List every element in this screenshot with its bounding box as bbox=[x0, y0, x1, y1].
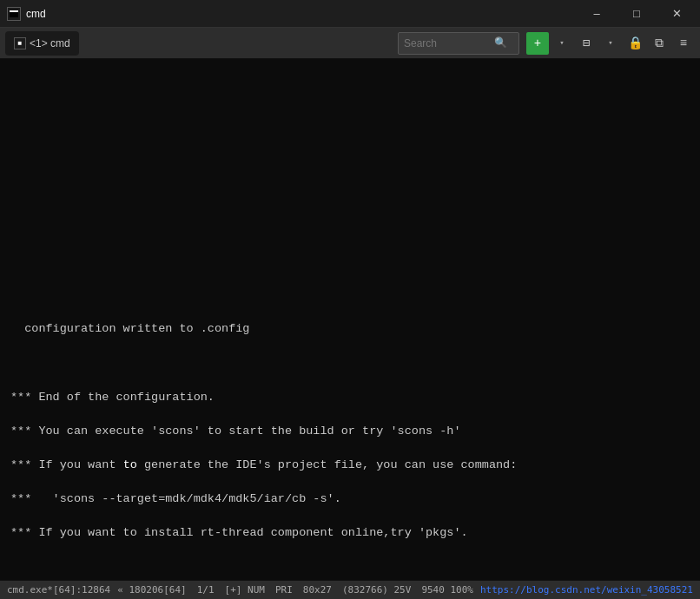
status-process: cmd.exe*[64]:12864 bbox=[7, 584, 110, 596]
add-tab-dropdown[interactable]: ▾ bbox=[551, 32, 573, 55]
terminal-window[interactable]: configuration written to .config *** End… bbox=[0, 59, 700, 580]
title-bar-left: cmd bbox=[7, 7, 46, 21]
status-link: https://blog.csdn.net/weixin_43058521 bbox=[480, 584, 693, 596]
status-zoom: 9540 100% bbox=[421, 584, 473, 596]
minimize-button[interactable]: – bbox=[577, 0, 617, 28]
status-center: « 180206[64] 1/1 [+] NUM PRI 80x27 (8327… bbox=[117, 584, 473, 596]
terminal-output bbox=[10, 355, 690, 372]
empty-line bbox=[10, 151, 690, 168]
empty-line bbox=[10, 558, 690, 576]
search-box[interactable]: 🔍 bbox=[398, 32, 519, 55]
status-coords: (832766) 25V bbox=[342, 584, 411, 596]
status-encoding: « 180206[64] bbox=[117, 584, 186, 596]
status-bar: cmd.exe*[64]:12864 « 180206[64] 1/1 [+] … bbox=[0, 580, 700, 599]
status-num: [+] NUM bbox=[225, 584, 265, 596]
terminal-content: configuration written to .config *** End… bbox=[0, 59, 700, 580]
empty-line bbox=[10, 185, 690, 202]
status-page: 1/1 bbox=[197, 584, 215, 596]
tab-bar: ■ <1> cmd 🔍 + ▾ ⊟ ▾ 🔒 ⧉ ≡ bbox=[0, 28, 700, 59]
toolbar-icons: + ▾ ⊟ ▾ 🔒 ⧉ ≡ bbox=[526, 32, 695, 55]
status-size: 80x27 bbox=[303, 584, 332, 596]
terminal-output: *** 'scons --target=mdk/mdk4/mdk5/iar/cb… bbox=[10, 490, 690, 508]
terminal-output: *** You can execute 'scons' to start the… bbox=[10, 423, 690, 440]
settings-icon[interactable]: ≡ bbox=[672, 32, 695, 55]
terminal-output: *** If you want to generate the IDE's pr… bbox=[10, 457, 690, 474]
lock-icon[interactable]: 🔒 bbox=[624, 32, 646, 55]
terminal-output: configuration written to .config bbox=[10, 320, 690, 338]
window-title: cmd bbox=[26, 8, 46, 20]
empty-line bbox=[10, 286, 690, 304]
empty-line bbox=[10, 253, 690, 270]
maximize-button[interactable]: □ bbox=[617, 0, 657, 28]
search-input[interactable] bbox=[404, 37, 491, 49]
title-bar: cmd – □ ✕ bbox=[0, 0, 700, 28]
split-pane-icon[interactable]: ⊟ bbox=[575, 32, 598, 55]
status-pri: PRI bbox=[275, 584, 293, 596]
tab-cmd-icon: ■ bbox=[14, 37, 26, 49]
title-bar-controls: – □ ✕ bbox=[577, 0, 697, 28]
tab-label: <1> cmd bbox=[30, 37, 70, 49]
tab-item-cmd[interactable]: ■ <1> cmd bbox=[5, 31, 79, 56]
empty-line bbox=[10, 117, 690, 135]
close-button[interactable]: ✕ bbox=[657, 0, 697, 28]
add-tab-button[interactable]: + bbox=[526, 32, 549, 55]
pane-icon[interactable]: ⧉ bbox=[648, 32, 670, 55]
split-dropdown[interactable]: ▾ bbox=[599, 32, 622, 55]
app-icon bbox=[7, 7, 21, 21]
empty-line bbox=[10, 219, 690, 236]
terminal-output: *** End of the configuration. bbox=[10, 389, 690, 406]
search-icon: 🔍 bbox=[494, 36, 507, 49]
empty-line bbox=[10, 83, 690, 101]
terminal-output: *** If you want to install rt-thread com… bbox=[10, 524, 690, 542]
